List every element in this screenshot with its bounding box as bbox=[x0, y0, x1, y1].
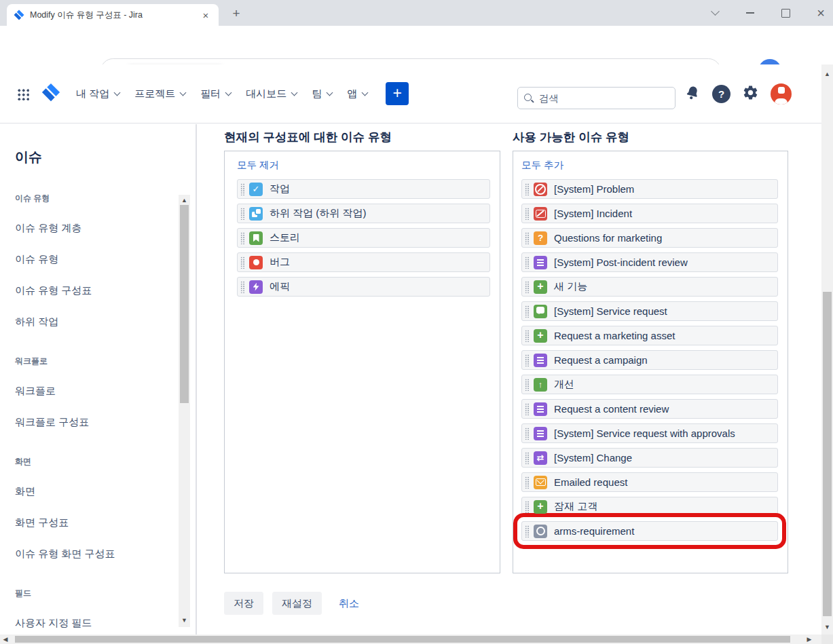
window-close-button[interactable] bbox=[815, 7, 826, 18]
sidebar-item[interactable]: 이슈 유형 계층 bbox=[15, 222, 81, 234]
drag-handle-icon[interactable] bbox=[240, 183, 245, 195]
horizontal-scrollbar-thumb[interactable] bbox=[15, 636, 790, 643]
nav-menu-item[interactable]: 프로젝트 bbox=[127, 88, 193, 100]
drag-handle-icon[interactable] bbox=[525, 452, 530, 464]
window-minimize-button[interactable] bbox=[745, 7, 756, 18]
sidebar-item[interactable]: 화면 구성표 bbox=[15, 516, 69, 529]
search-input[interactable] bbox=[539, 93, 669, 104]
tab-close-icon[interactable] bbox=[200, 9, 212, 21]
reset-button[interactable]: 재설정 bbox=[272, 592, 322, 615]
drag-handle-icon[interactable] bbox=[525, 476, 530, 489]
drag-handle-icon[interactable] bbox=[525, 403, 530, 415]
drag-handle-icon[interactable] bbox=[525, 305, 530, 318]
drag-handle-icon[interactable] bbox=[525, 330, 530, 342]
drag-handle-icon[interactable] bbox=[525, 501, 530, 513]
issue-type-icon bbox=[534, 305, 547, 318]
create-issue-button[interactable] bbox=[386, 82, 409, 105]
global-search[interactable] bbox=[517, 87, 675, 109]
window-maximize-button[interactable] bbox=[780, 7, 791, 18]
drag-handle-icon[interactable] bbox=[525, 525, 530, 537]
page-vertical-scrollbar[interactable]: ▲ ▼ bbox=[821, 64, 833, 634]
issue-type-row[interactable]: 에픽 bbox=[237, 277, 490, 297]
issue-type-row[interactable]: Questions for marketing bbox=[521, 228, 778, 248]
drag-handle-icon[interactable] bbox=[240, 281, 245, 293]
issue-type-row[interactable]: 스토리 bbox=[237, 228, 490, 248]
issue-type-row[interactable]: 잠재 고객 bbox=[521, 497, 778, 516]
sidebar-scrollbar[interactable]: ▲ ▼ bbox=[179, 195, 190, 627]
drag-handle-icon[interactable] bbox=[240, 257, 245, 269]
scroll-up-icon[interactable]: ▲ bbox=[179, 196, 190, 204]
sidebar-item[interactable]: 하위 작업 bbox=[15, 316, 58, 328]
new-tab-button[interactable] bbox=[228, 5, 244, 22]
issue-type-row[interactable]: 하위 작업 (하위 작업) bbox=[237, 204, 490, 223]
vertical-scrollbar-thumb[interactable] bbox=[823, 292, 832, 616]
issue-type-row[interactable]: Request a content review bbox=[521, 399, 778, 419]
sidebar-scrollbar-thumb[interactable] bbox=[180, 205, 189, 403]
drag-handle-icon[interactable] bbox=[525, 281, 530, 293]
issue-type-label: Emailed request bbox=[554, 476, 627, 488]
user-avatar[interactable] bbox=[771, 83, 792, 105]
nav-menu-item[interactable]: 앱 bbox=[339, 88, 375, 100]
issue-type-row[interactable]: [System] Problem bbox=[521, 179, 778, 199]
add-all-link[interactable]: 모두 추가 bbox=[521, 159, 563, 172]
issue-type-row[interactable]: Request a campaign bbox=[521, 350, 778, 370]
page-horizontal-scrollbar[interactable]: ◀ ▶ bbox=[0, 634, 821, 644]
sidebar-item[interactable]: 이슈 유형 구성표 bbox=[15, 284, 92, 297]
sidebar-item[interactable]: 이슈 유형 bbox=[15, 253, 58, 265]
drag-handle-icon[interactable] bbox=[525, 232, 530, 244]
sidebar-item[interactable]: 사용자 지정 필드 bbox=[15, 617, 92, 629]
issue-type-label: 잠재 고객 bbox=[554, 500, 597, 513]
issue-type-icon bbox=[534, 256, 547, 269]
nav-menu-item[interactable]: 대시보드 bbox=[238, 88, 304, 100]
save-button[interactable]: 저장 bbox=[224, 592, 263, 615]
browser-tab[interactable]: Modify 이슈 유형 구성표 - Jira bbox=[7, 4, 219, 26]
sidebar-item[interactable]: 워크플로 bbox=[15, 385, 56, 397]
issue-type-row[interactable]: [System] Service request bbox=[521, 301, 778, 321]
scroll-right-icon[interactable]: ▶ bbox=[805, 634, 813, 644]
nav-menu-item[interactable]: 필터 bbox=[193, 88, 238, 100]
scroll-down-icon[interactable]: ▼ bbox=[179, 616, 190, 624]
nav-menu-item[interactable]: 팀 bbox=[304, 88, 339, 100]
tab-search-chevron-icon[interactable] bbox=[709, 7, 720, 18]
nav-menu-item[interactable]: 내 작업 bbox=[69, 88, 127, 100]
sidebar-item[interactable]: 워크플로 구성표 bbox=[15, 416, 89, 428]
drag-handle-icon[interactable] bbox=[240, 232, 245, 244]
drag-handle-icon[interactable] bbox=[525, 208, 530, 220]
scroll-left-icon[interactable]: ◀ bbox=[1, 634, 10, 644]
issue-type-row[interactable]: [System] Service request with approvals bbox=[521, 423, 778, 443]
settings-gear-icon[interactable] bbox=[742, 84, 759, 104]
issue-type-icon bbox=[534, 451, 547, 465]
issue-type-row[interactable]: Emailed request bbox=[521, 472, 778, 492]
issue-type-label: Request a content review bbox=[554, 403, 669, 415]
issue-type-row[interactable]: Request a marketing asset bbox=[521, 326, 778, 345]
sidebar-item[interactable]: 화면 bbox=[15, 485, 35, 497]
issue-type-row[interactable]: [System] Incident bbox=[521, 204, 778, 223]
issue-type-row[interactable]: 버그 bbox=[237, 252, 490, 272]
issue-type-row[interactable]: [System] Change bbox=[521, 448, 778, 468]
sidebar-group-label: 필드 bbox=[15, 588, 196, 598]
sidebar-item[interactable]: 이슈 유형 화면 구성표 bbox=[15, 548, 115, 560]
issue-type-row[interactable]: 새 기능 bbox=[521, 277, 778, 297]
scroll-down-icon[interactable]: ▼ bbox=[821, 623, 833, 631]
nav-menu-label: 필터 bbox=[200, 88, 221, 100]
issue-type-row[interactable]: 작업 bbox=[237, 179, 490, 199]
remove-all-link[interactable]: 모두 제거 bbox=[237, 159, 279, 172]
issue-type-row[interactable]: [System] Post-incident review bbox=[521, 252, 778, 272]
issue-type-row[interactable]: 개선 bbox=[521, 375, 778, 394]
help-icon[interactable] bbox=[712, 85, 730, 103]
drag-handle-icon[interactable] bbox=[525, 379, 530, 391]
cancel-link[interactable]: 취소 bbox=[339, 597, 359, 610]
issue-type-icon bbox=[534, 500, 547, 514]
drag-handle-icon[interactable] bbox=[525, 183, 530, 195]
drag-handle-icon[interactable] bbox=[240, 208, 245, 220]
drag-handle-icon[interactable] bbox=[525, 354, 530, 366]
issue-type-icon bbox=[249, 256, 263, 269]
issue-type-label: [System] Post-incident review bbox=[554, 257, 688, 268]
jira-logo-icon[interactable] bbox=[41, 83, 60, 105]
app-switcher-icon[interactable] bbox=[16, 88, 29, 100]
issue-type-row[interactable]: arms-requirement bbox=[521, 521, 778, 541]
drag-handle-icon[interactable] bbox=[525, 428, 530, 440]
scroll-up-icon[interactable]: ▲ bbox=[821, 70, 833, 78]
drag-handle-icon[interactable] bbox=[525, 257, 530, 269]
notifications-bell-icon[interactable] bbox=[684, 85, 701, 104]
